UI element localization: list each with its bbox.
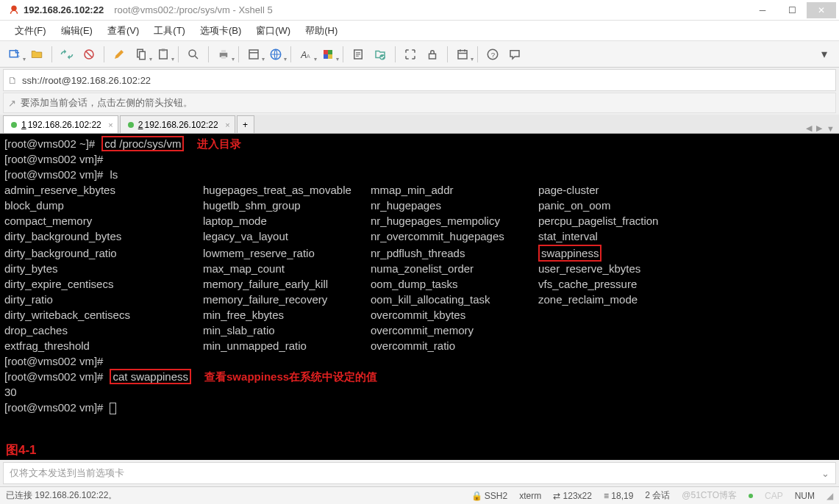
svg-rect-11: [249, 50, 258, 59]
addressbar[interactable]: 🗋 ssh://root@192.168.26.102:22: [3, 69, 836, 91]
new-session-button[interactable]: +: [4, 44, 25, 65]
svg-rect-4: [140, 51, 146, 60]
status-term: xterm: [519, 491, 541, 501]
menu-window[interactable]: 窗口(W): [249, 21, 298, 40]
input-placeholder: 仅将文本发送到当前选项卡: [10, 467, 124, 480]
annotation-cd: 进入目录: [197, 137, 241, 150]
toolbar-overflow[interactable]: ▾: [814, 44, 835, 65]
lock-button[interactable]: [422, 44, 443, 65]
svg-rect-10: [221, 56, 226, 59]
menu-file[interactable]: 文件(F): [7, 21, 54, 40]
cmd-cd: cd /proc/sys/vm: [101, 136, 184, 151]
paste-button[interactable]: [153, 44, 174, 65]
font-button[interactable]: AA: [296, 44, 316, 65]
fullscreen-button[interactable]: [400, 44, 421, 65]
tabbar: 1 192.168.26.102:22 × 2 192.168.26.102:2…: [0, 115, 839, 134]
tab-next-icon[interactable]: ▶: [816, 123, 822, 133]
tab-list-icon[interactable]: ▼: [826, 124, 835, 133]
app-icon: [7, 4, 19, 16]
status-size: 123x22: [563, 491, 592, 501]
svg-point-7: [189, 50, 196, 57]
tab-num: 2: [138, 120, 143, 130]
prompt: [root@vms002 ~]#: [4, 137, 95, 150]
help-button[interactable]: ?: [482, 44, 503, 65]
annotation-cat: 查看swappiness在系统中设定的值: [204, 370, 377, 383]
address-url: ssh://root@192.168.26.102:22: [22, 75, 151, 86]
find-button[interactable]: [183, 44, 204, 65]
svg-rect-6: [162, 48, 165, 51]
calendar-button[interactable]: [452, 44, 473, 65]
tab-label: 192.168.26.102:22: [28, 120, 101, 130]
figure-label: 图4-1: [6, 443, 37, 457]
reconnect-button[interactable]: [57, 44, 77, 65]
svg-text:?: ?: [491, 50, 496, 58]
maximize-button[interactable]: ☐: [777, 2, 807, 18]
svg-rect-21: [458, 50, 467, 58]
chat-button[interactable]: [504, 44, 525, 65]
tab-close-icon[interactable]: ×: [108, 120, 113, 129]
prompt: [root@vms002 vm]#: [4, 168, 103, 181]
minimize-button[interactable]: ─: [748, 2, 777, 18]
tab-add-button[interactable]: +: [237, 115, 254, 133]
tab-nav: ◀ ▶ ▼: [806, 123, 839, 133]
menubar: 文件(F) 编辑(E) 查看(V) 工具(T) 选项卡(B) 窗口(W) 帮助(…: [0, 21, 839, 41]
menu-tools[interactable]: 工具(T): [146, 21, 193, 40]
terminal[interactable]: [root@vms002 ~]# cd /proc/sys/vm 进入目录 [r…: [0, 134, 839, 460]
theme-button[interactable]: [318, 44, 338, 65]
svg-text:A: A: [300, 49, 307, 60]
cat-output: 30: [4, 386, 17, 398]
script-button[interactable]: [348, 44, 368, 65]
color-button[interactable]: [109, 44, 129, 65]
svg-rect-16: [328, 50, 332, 54]
menu-help[interactable]: 帮助(H): [298, 21, 345, 40]
chevron-down-icon[interactable]: ⌄: [821, 468, 829, 479]
svg-rect-17: [324, 54, 328, 59]
cursor: [110, 403, 116, 414]
cmd-ls: ls: [110, 168, 118, 181]
lock-icon: 🔒: [471, 491, 482, 501]
svg-rect-15: [324, 50, 328, 54]
status-dot-icon: [11, 122, 17, 128]
copy-button[interactable]: [131, 44, 151, 65]
prompt: [root@vms002 vm]#: [4, 370, 103, 383]
print-button[interactable]: [213, 44, 234, 65]
status-pos: 18,19: [611, 491, 633, 501]
close-button[interactable]: ✕: [807, 2, 836, 18]
tab-prev-icon[interactable]: ◀: [806, 123, 812, 133]
globe-button[interactable]: [265, 44, 286, 65]
protocol-icon: 🗋: [8, 75, 18, 86]
tab-label: 192.168.26.102:22: [144, 120, 218, 130]
svg-rect-5: [160, 50, 168, 59]
status-sessions: 2 会话: [645, 489, 670, 502]
svg-text:+: +: [16, 53, 20, 60]
status-connected: 已连接 192.168.26.102:22。: [6, 489, 117, 502]
title-path: root@vms002:/proc/sys/vm - Xshell 5: [114, 4, 272, 15]
titlebar: 192.168.26.102:22 root@vms002:/proc/sys/…: [0, 0, 839, 21]
menu-tab[interactable]: 选项卡(B): [193, 21, 249, 40]
watermark: @51CTO博客: [682, 489, 737, 502]
transfer-button[interactable]: [370, 44, 390, 65]
resize-grip-icon[interactable]: ◢: [826, 491, 833, 501]
cmd-cat: cat swappiness: [110, 369, 191, 384]
svg-rect-18: [328, 54, 332, 59]
title-host: 192.168.26.102:22: [24, 4, 104, 15]
send-input-bar[interactable]: 仅将文本发送到当前选项卡 ⌄: [3, 462, 836, 484]
disconnect-button[interactable]: [79, 44, 99, 65]
menu-edit[interactable]: 编辑(E): [54, 21, 100, 40]
tab-2[interactable]: 2 192.168.26.102:22 ×: [120, 115, 235, 133]
status-cap: CAP: [765, 491, 783, 501]
tab-close-icon[interactable]: ×: [225, 120, 229, 129]
open-button[interactable]: [26, 44, 47, 65]
hintbar: ↗ 要添加当前会话，点击左侧的箭头按钮。: [3, 93, 836, 113]
svg-rect-9: [221, 50, 226, 53]
prompt: [root@vms002 vm]#: [4, 153, 103, 165]
status-dot-icon: [128, 122, 134, 128]
hint-arrow-icon: ↗: [8, 98, 16, 109]
properties-button[interactable]: [243, 44, 264, 65]
svg-text:A: A: [307, 52, 310, 59]
prompt: [root@vms002 vm]#: [4, 401, 103, 414]
tab-1[interactable]: 1 192.168.26.102:22 ×: [3, 115, 118, 133]
toolbar: + AA ? ▾: [0, 41, 839, 68]
prompt: [root@vms002 vm]#: [4, 355, 103, 367]
menu-view[interactable]: 查看(V): [100, 21, 146, 40]
